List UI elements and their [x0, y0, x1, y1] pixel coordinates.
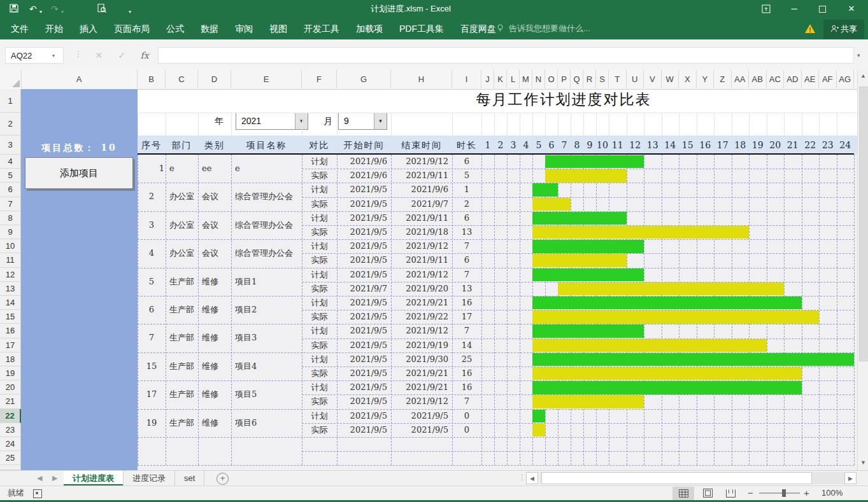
cell-category-15[interactable]: 维修: [202, 352, 231, 380]
gantt-bar-plan-7[interactable]: [532, 324, 644, 337]
sheet-nav-left-icon[interactable]: ◀: [37, 471, 42, 485]
day-header-6[interactable]: 6: [545, 136, 558, 155]
column-header-G[interactable]: G: [337, 70, 391, 88]
row-header-10[interactable]: 10: [0, 239, 21, 253]
column-header-F[interactable]: F: [302, 70, 337, 88]
cell-plan-label-6[interactable]: 计划: [302, 296, 337, 310]
cell-actual-start-15[interactable]: 2021/9/5: [337, 366, 387, 380]
gantt-bar-actual-5[interactable]: [558, 282, 784, 295]
cell-category-2[interactable]: 会议: [202, 183, 231, 211]
horizontal-scrollbar[interactable]: [540, 472, 844, 484]
column-header-AA[interactable]: AA: [732, 70, 750, 88]
gantt-bar-actual-2[interactable]: [532, 198, 571, 211]
cell-plan-label-5[interactable]: 计划: [302, 268, 337, 282]
share-button[interactable]: 共享: [823, 20, 864, 39]
gantt-bar-plan-5[interactable]: [532, 268, 644, 281]
cell-dept-19[interactable]: 生产部: [169, 409, 198, 437]
day-header-15[interactable]: 15: [679, 136, 697, 155]
cell-actual-label-4[interactable]: 实际: [302, 253, 337, 267]
cell-actual-end-15[interactable]: 2021/9/21: [391, 366, 448, 380]
vertical-scroll-thumb[interactable]: [859, 87, 868, 361]
page-break-view-button[interactable]: [720, 487, 741, 500]
page-layout-view-button[interactable]: [697, 487, 718, 500]
row-header-23[interactable]: 23: [0, 423, 21, 437]
day-header-13[interactable]: 13: [644, 136, 662, 155]
column-a-panel[interactable]: 项目总数： 10 添加项目: [21, 89, 138, 470]
table-header-1[interactable]: 部门: [166, 136, 198, 155]
row-header-7[interactable]: 7: [0, 197, 21, 211]
cell-actual-duration-19[interactable]: 0: [452, 423, 481, 437]
cell-plan-start-3[interactable]: 2021/9/5: [337, 211, 387, 225]
gantt-bar-actual-15[interactable]: [532, 367, 802, 380]
cell-actual-start-1[interactable]: 2021/9/6: [337, 169, 387, 183]
cell-seq-5[interactable]: 5: [138, 268, 166, 296]
cell-name-6[interactable]: 项目2: [235, 296, 302, 324]
cell-dept-17[interactable]: 生产部: [169, 380, 198, 408]
insert-function-icon[interactable]: fx: [135, 47, 154, 64]
row-header-4[interactable]: 4: [0, 155, 21, 169]
cell-name-4[interactable]: 综合管理办公会: [235, 239, 302, 267]
row-header-6[interactable]: 6: [0, 183, 21, 197]
add-project-button[interactable]: 添加项目: [25, 157, 133, 189]
cell-plan-label-2[interactable]: 计划: [302, 183, 337, 197]
column-header-AC[interactable]: AC: [767, 70, 785, 88]
cell-actual-label-15[interactable]: 实际: [302, 366, 337, 380]
name-box-caret-icon[interactable]: ▾: [52, 53, 55, 59]
row-header-25[interactable]: 25: [0, 451, 21, 465]
column-header-J[interactable]: J: [481, 70, 494, 88]
cell-plan-label-19[interactable]: 计划: [302, 409, 337, 423]
day-header-18[interactable]: 18: [732, 136, 750, 155]
table-header-6[interactable]: 结束时间: [391, 136, 452, 155]
gantt-bar-actual-19[interactable]: [532, 424, 545, 436]
maximize-button[interactable]: [811, 0, 833, 18]
gantt-bar-plan-6[interactable]: [532, 296, 802, 309]
cell-dept-2[interactable]: 办公室: [169, 183, 198, 211]
name-box[interactable]: AQ22: [5, 47, 64, 64]
cell-plan-end-5[interactable]: 2021/9/12: [391, 268, 448, 282]
cell-actual-start-2[interactable]: 2021/9/5: [337, 197, 387, 211]
cell-seq-17[interactable]: 17: [138, 380, 166, 408]
row-header-5[interactable]: 5: [0, 169, 21, 183]
cell-category-17[interactable]: 维修: [202, 380, 231, 408]
horizontal-scroll-thumb[interactable]: [541, 472, 812, 484]
month-dropdown-icon[interactable]: ▼: [374, 113, 387, 129]
cell-plan-end-19[interactable]: 2021/9/5: [391, 409, 448, 423]
scroll-up-icon[interactable]: ▲: [858, 73, 868, 79]
column-header-V[interactable]: V: [644, 70, 662, 88]
cell-actual-start-4[interactable]: 2021/9/5: [337, 253, 387, 267]
cell-plan-end-4[interactable]: 2021/9/12: [391, 239, 448, 253]
ribbon-tab-6[interactable]: 审阅: [227, 18, 261, 39]
cell-actual-duration-6[interactable]: 17: [452, 310, 481, 324]
table-header-5[interactable]: 开始时间: [337, 136, 391, 155]
day-header-21[interactable]: 21: [784, 136, 802, 155]
vertical-scrollbar[interactable]: ▲ ▼: [857, 70, 868, 470]
column-header-K[interactable]: K: [494, 70, 507, 88]
column-header-O[interactable]: O: [545, 70, 558, 88]
cell-plan-start-2[interactable]: 2021/9/5: [337, 183, 387, 197]
column-header-H[interactable]: H: [391, 70, 452, 88]
zoom-out-button[interactable]: −: [748, 486, 753, 499]
cell-plan-label-1[interactable]: 计划: [302, 155, 337, 169]
row-header-11[interactable]: 11: [0, 253, 21, 267]
cell-plan-end-2[interactable]: 2021/9/6: [391, 183, 448, 197]
day-header-12[interactable]: 12: [627, 136, 644, 155]
gantt-bar-actual-6[interactable]: [532, 310, 819, 323]
cell-dept-7[interactable]: 生产部: [169, 324, 198, 352]
cell-category-19[interactable]: 维修: [202, 409, 231, 437]
ribbon-tab-file[interactable]: 文件: [3, 18, 37, 39]
cell-actual-label-17[interactable]: 实际: [302, 394, 337, 408]
row-header-15[interactable]: 15: [0, 310, 21, 324]
cell-name-5[interactable]: 项目1: [235, 268, 302, 296]
cell-name-15[interactable]: 项目4: [235, 352, 302, 380]
formula-bar-expand-icon[interactable]: ▾: [857, 52, 860, 59]
row-header-20[interactable]: 20: [0, 380, 21, 394]
column-header-T[interactable]: T: [609, 70, 627, 88]
cell-actual-end-1[interactable]: 2021/9/11: [391, 169, 448, 183]
row-header-8[interactable]: 8: [0, 211, 21, 225]
row-header-12[interactable]: 12: [0, 268, 21, 282]
cell-name-2[interactable]: 综合管理办公会: [235, 183, 302, 211]
row-header-26[interactable]: [0, 465, 21, 470]
cell-category-1[interactable]: ee: [202, 155, 231, 183]
gantt-bar-actual-1[interactable]: [545, 169, 627, 182]
cell-plan-duration-2[interactable]: 1: [452, 183, 481, 197]
